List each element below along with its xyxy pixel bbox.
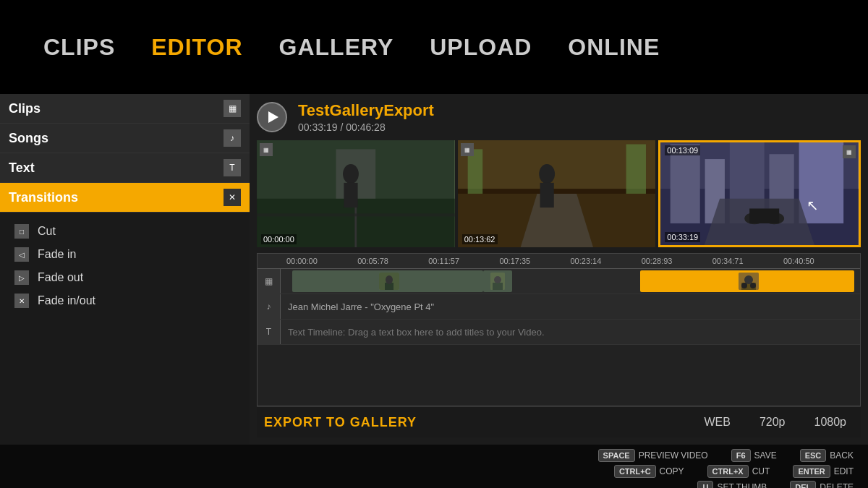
video-track: ▦ xyxy=(258,269,860,294)
export-web[interactable]: WEB xyxy=(697,413,737,432)
svg-rect-21 xyxy=(799,142,844,223)
thumbnail-clip2[interactable]: ▦ 00:13:62 xyxy=(458,140,656,247)
cut-label: CUT xyxy=(752,466,770,476)
export-1080p[interactable]: 1080p xyxy=(807,413,854,432)
ruler-5: 00:28:93 xyxy=(642,257,712,265)
fade-in-icon: ◁ xyxy=(14,247,29,262)
svg-rect-30 xyxy=(493,283,503,290)
nav-gallery[interactable]: Gallery xyxy=(279,34,394,61)
video-clip1[interactable] xyxy=(292,270,483,293)
clips-icon: ▦ xyxy=(224,100,241,117)
svg-point-13 xyxy=(539,164,555,184)
transition-fade-out[interactable]: ▷ Fade out xyxy=(0,266,250,289)
shortcut-back: ESC BACK xyxy=(800,449,854,462)
thumb3-corner-icon: ▦ xyxy=(843,145,856,158)
thumb1-corner-icon: ▦ xyxy=(260,143,273,156)
transition-fade-in[interactable]: ◁ Fade in xyxy=(0,243,250,266)
timeline-ruler: 00:00:00 00:05:78 00:11:57 00:17:35 00:2… xyxy=(258,254,860,269)
svg-rect-25 xyxy=(749,209,779,224)
u-key: U xyxy=(697,481,713,488)
ruler-0: 00:00:00 xyxy=(286,257,357,265)
enter-key: ENTER xyxy=(793,465,830,478)
del-key: DEL xyxy=(790,481,816,488)
ctrlx-key: CTRL+X xyxy=(707,465,749,478)
esc-key: ESC xyxy=(800,449,827,462)
shortcut-delete: DEL DELETE xyxy=(790,481,854,488)
thumbnail-clip1[interactable]: ▦ 00:00:00 xyxy=(257,140,455,247)
svg-rect-4 xyxy=(257,213,455,216)
shortcut-copy: CTRL+C COPY xyxy=(614,465,684,478)
project-time: 00:33:19 / 00:46:28 xyxy=(298,121,434,133)
text-track-content[interactable]: Text Timeline: Drag a text box here to a… xyxy=(281,320,860,344)
project-title: TestGalleryExport xyxy=(298,101,434,120)
text-track-placeholder: Text Timeline: Drag a text box here to a… xyxy=(281,327,552,338)
back-label: BACK xyxy=(830,450,854,461)
nav-editor[interactable]: Editor xyxy=(151,34,242,61)
shortcut-cut: CTRL+X CUT xyxy=(707,465,770,478)
svg-rect-14 xyxy=(540,183,553,207)
sidebar-songs[interactable]: Songs ♪ xyxy=(0,124,250,153)
svg-rect-9 xyxy=(458,189,656,194)
project-header: TestGalleryExport 00:33:19 / 00:46:28 xyxy=(257,101,861,133)
export-720p[interactable]: 720p xyxy=(752,413,793,432)
video-clip3-active[interactable] xyxy=(640,270,854,293)
main-area: Clips ▦ Songs ♪ Text T Transitions ✕ □ C… xyxy=(0,94,868,445)
svg-rect-12 xyxy=(626,145,645,194)
svg-rect-17 xyxy=(671,145,700,223)
shortcuts-line1: SPACE PREVIEW VIDEO F6 SAVE ESC BACK xyxy=(585,449,854,462)
thumb1-timestamp: 00:00:00 xyxy=(261,234,297,244)
svg-rect-6 xyxy=(344,183,357,207)
fade-out-icon: ▷ xyxy=(14,270,29,285)
export-bar: EXPORT TO GALLERY WEB 720p 1080p xyxy=(257,406,861,437)
nav-upload[interactable]: Upload xyxy=(430,34,532,61)
text-icon: T xyxy=(224,159,241,176)
audio-track: ♪ Jean Michel Jarre - "Oxygene Pt 4" xyxy=(258,294,860,320)
f6-key: F6 xyxy=(731,449,751,462)
space-key: SPACE xyxy=(598,449,635,462)
video-track-content[interactable] xyxy=(281,269,860,294)
svg-point-5 xyxy=(343,164,359,184)
thumb2-timestamp: 00:13:62 xyxy=(462,234,498,244)
set-thumb-label: SET THUMB xyxy=(717,482,767,488)
timeline-tracks: ▦ xyxy=(258,269,860,406)
transition-fade-inout[interactable]: ✕ Fade in/out xyxy=(0,289,250,312)
video-clip2[interactable] xyxy=(483,270,512,293)
transitions-list: □ Cut ◁ Fade in ▷ Fade out ✕ Fade in/out xyxy=(0,213,250,320)
ruler-1: 00:05:78 xyxy=(357,257,428,265)
nav-clips[interactable]: Clips xyxy=(43,34,115,61)
thumb2-corner-icon: ▦ xyxy=(461,143,474,156)
cut-transition-icon: □ xyxy=(14,224,29,239)
thumb3-top-time: 00:13:09 xyxy=(665,145,700,155)
text-track: T Text Timeline: Drag a text box here to… xyxy=(258,320,860,345)
shortcuts-line3: U SET THUMB DEL DELETE xyxy=(684,481,854,488)
thumbnail-clip3[interactable]: 00:13:09 ▦ 00:33:19 ↖ xyxy=(658,140,861,247)
svg-point-35 xyxy=(741,283,747,288)
audio-track-content: Jean Michel Jarre - "Oxygene Pt 4" xyxy=(281,294,860,319)
nav-online[interactable]: Online xyxy=(568,34,660,61)
export-label[interactable]: EXPORT TO GALLERY xyxy=(264,415,417,430)
timeline: 00:00:00 00:05:78 00:11:57 00:17:35 00:2… xyxy=(257,253,861,406)
ruler-4: 00:23:14 xyxy=(571,257,642,265)
ruler-7: 00:40:50 xyxy=(783,257,854,265)
shortcuts-bar: SPACE PREVIEW VIDEO F6 SAVE ESC BACK CTR… xyxy=(0,445,868,488)
ruler-2: 00:11:57 xyxy=(428,257,499,265)
preview-label: PREVIEW VIDEO xyxy=(639,450,708,461)
project-info: TestGalleryExport 00:33:19 / 00:46:28 xyxy=(298,101,434,133)
sidebar-text[interactable]: Text T xyxy=(0,153,250,183)
audio-track-icon: ♪ xyxy=(258,294,281,319)
ruler-6: 00:34:71 xyxy=(712,257,783,265)
audio-track-label: Jean Michel Jarre - "Oxygene Pt 4" xyxy=(281,301,441,312)
video-track-icon: ▦ xyxy=(258,269,281,294)
content-area: TestGalleryExport 00:33:19 / 00:46:28 xyxy=(250,94,868,445)
songs-icon: ♪ xyxy=(224,129,241,147)
save-label: SAVE xyxy=(754,450,777,461)
copy-label: COPY xyxy=(660,466,684,476)
svg-point-31 xyxy=(494,276,501,283)
sidebar-clips[interactable]: Clips ▦ xyxy=(0,94,250,124)
transition-cut[interactable]: □ Cut xyxy=(0,220,250,243)
edit-label: EDIT xyxy=(834,466,854,476)
shortcut-preview: SPACE PREVIEW VIDEO xyxy=(598,449,708,462)
sidebar-transitions[interactable]: Transitions ✕ xyxy=(0,183,250,213)
shortcuts-line2: CTRL+C COPY CTRL+X CUT ENTER EDIT xyxy=(601,465,854,478)
play-button[interactable] xyxy=(257,102,287,132)
